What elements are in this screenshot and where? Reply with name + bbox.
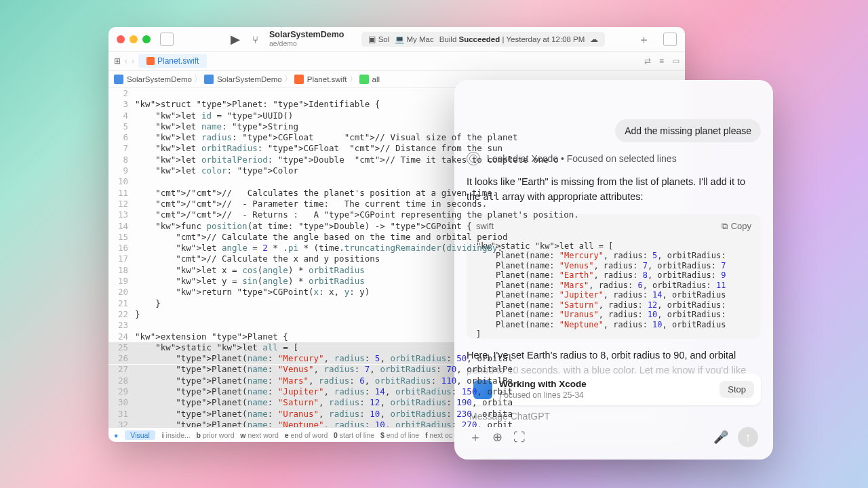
- attach-button[interactable]: ＋: [469, 429, 481, 445]
- tab-file[interactable]: Planet.swift: [138, 54, 207, 68]
- expand-icon[interactable]: ⛶: [513, 430, 526, 445]
- property-icon: [359, 75, 369, 84]
- sidebar-toggle-icon[interactable]: [160, 33, 174, 46]
- close-icon[interactable]: [117, 35, 125, 43]
- vim-mode: Visual: [125, 430, 155, 440]
- web-icon[interactable]: ⊕: [492, 430, 502, 445]
- status-bar[interactable]: ▣ Sol 💻 My Mac Build Succeeded | Yesterd…: [361, 32, 605, 47]
- nav-forward-icon[interactable]: ›: [132, 56, 134, 66]
- mic-icon[interactable]: 🎤: [713, 430, 728, 445]
- branch-name: ae/demo: [269, 40, 344, 48]
- assistant-icon[interactable]: ▭: [672, 56, 679, 66]
- minimize-icon[interactable]: [130, 35, 138, 43]
- swift-icon: [294, 75, 304, 84]
- folder-icon: [204, 75, 214, 84]
- add-tab-button[interactable]: ＋: [638, 32, 650, 47]
- branch-icon[interactable]: ⑂: [252, 34, 258, 45]
- project-icon: [114, 75, 123, 84]
- tab-bar: ⊞ ‹ › Planet.swift ⇄ ≡ ▭: [108, 52, 685, 70]
- copy-button[interactable]: ⧉ Copy: [722, 221, 751, 232]
- nav-back-icon[interactable]: ‹: [125, 56, 127, 66]
- line-gutter: 2345678910111213141516171819202122232425…: [108, 88, 135, 427]
- related-items-icon[interactable]: ⇄: [644, 56, 651, 66]
- send-button[interactable]: ↑: [738, 427, 758, 447]
- run-button[interactable]: ▶: [231, 32, 240, 47]
- titlebar: ▶ ⑂ SolarSystemDemo ae/demo ▣ Sol 💻 My M…: [108, 27, 685, 52]
- swift-icon: [146, 57, 155, 65]
- code-editor[interactable]: 2345678910111213141516171819202122232425…: [108, 88, 685, 427]
- code-lines[interactable]: "kw">struct "type">Planet: "type">Identi…: [135, 88, 685, 427]
- editor-options-icon[interactable]: ≡: [659, 56, 664, 66]
- navigator-icon[interactable]: ⊞: [114, 56, 121, 66]
- scheme-selector[interactable]: SolarSystemDemo ae/demo: [269, 30, 344, 47]
- library-icon[interactable]: [663, 33, 677, 46]
- zoom-icon[interactable]: [142, 35, 151, 43]
- cloud-icon: ☁: [590, 35, 598, 44]
- project-name: SolarSystemDemo: [269, 30, 344, 40]
- vim-hints: i inside... b prior word w next word e e…: [162, 431, 452, 439]
- xcode-window: ▶ ⑂ SolarSystemDemo ae/demo ▣ Sol 💻 My M…: [108, 27, 685, 442]
- stop-button[interactable]: Stop: [719, 381, 754, 398]
- window-controls: [117, 35, 151, 43]
